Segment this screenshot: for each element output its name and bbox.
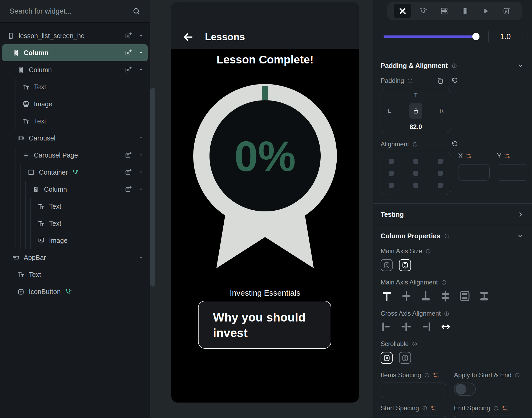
tree-item-appbar[interactable]: AppBar xyxy=(2,249,148,266)
add-widget-icon[interactable] xyxy=(125,32,132,39)
tab-actions[interactable] xyxy=(414,4,432,18)
tree-item-column[interactable]: Column xyxy=(2,61,148,78)
preview-appbar[interactable]: Lessons xyxy=(171,2,359,49)
padding-right-label[interactable]: R xyxy=(440,107,444,114)
tab-widget-layout[interactable] xyxy=(456,4,474,18)
appbar-title[interactable]: Lessons xyxy=(205,31,245,43)
items-spacing-input[interactable] xyxy=(381,383,446,398)
course-title-text[interactable]: Investing Essentials xyxy=(171,288,359,298)
cross-stretch-button[interactable] xyxy=(440,321,452,333)
tab-backend[interactable] xyxy=(435,4,453,18)
add-widget-icon[interactable] xyxy=(125,151,132,159)
info-icon[interactable] xyxy=(407,78,413,84)
align-center-right[interactable] xyxy=(438,171,443,176)
info-icon[interactable] xyxy=(514,372,520,378)
set-from-variable-icon[interactable] xyxy=(433,372,439,378)
info-icon[interactable] xyxy=(425,248,431,254)
tree-scrollbar[interactable] xyxy=(150,88,155,287)
chevron-down-icon[interactable] xyxy=(138,67,144,73)
back-arrow-icon[interactable] xyxy=(183,31,194,43)
align-top-right[interactable] xyxy=(438,159,443,164)
padding-alignment-header[interactable]: Padding & Alignment xyxy=(373,62,532,70)
chevron-down-icon[interactable] xyxy=(138,169,144,175)
padding-left-label[interactable]: L xyxy=(388,107,391,114)
alignment-grid[interactable] xyxy=(381,152,451,195)
alignment-y-input[interactable] xyxy=(497,164,528,181)
info-icon[interactable] xyxy=(441,280,447,285)
tree-item-column-selected[interactable]: Column xyxy=(2,44,148,61)
testing-section[interactable]: Testing xyxy=(373,204,532,225)
chevron-down-icon[interactable] xyxy=(517,232,524,240)
add-widget-icon[interactable] xyxy=(125,66,132,74)
add-widget-icon[interactable] xyxy=(125,186,132,193)
tab-run[interactable] xyxy=(477,4,495,18)
info-icon[interactable] xyxy=(412,142,418,147)
tree-item-text[interactable]: Text xyxy=(2,198,148,215)
chevron-down-icon[interactable] xyxy=(138,186,144,192)
info-icon[interactable] xyxy=(412,341,417,347)
axis-size-shrink-button[interactable] xyxy=(381,259,393,271)
cross-center-button[interactable] xyxy=(400,321,412,333)
info-icon[interactable] xyxy=(422,405,428,411)
info-icon[interactable] xyxy=(424,372,430,378)
search-input[interactable] xyxy=(10,7,132,15)
info-icon[interactable] xyxy=(452,63,457,69)
slider-handle[interactable] xyxy=(472,33,479,40)
tree-item-text[interactable]: Text xyxy=(2,112,148,130)
space-evenly-button[interactable] xyxy=(439,290,452,302)
align-bottom-center[interactable] xyxy=(413,183,418,188)
scroll-vertical-button[interactable] xyxy=(399,352,411,364)
align-center[interactable] xyxy=(413,171,418,176)
chevron-down-icon[interactable] xyxy=(517,62,524,69)
chevron-down-icon[interactable] xyxy=(138,135,144,141)
cross-end-button[interactable] xyxy=(420,321,432,333)
set-from-variable-icon[interactable] xyxy=(465,153,472,159)
chevron-down-icon[interactable] xyxy=(138,152,144,158)
lesson-complete-text[interactable]: Lesson Complete! xyxy=(171,53,359,66)
padding-lock-button[interactable] xyxy=(409,103,422,119)
scroll-off-button[interactable] xyxy=(381,352,393,364)
tree-item-text[interactable]: Text xyxy=(2,215,148,232)
align-center-button[interactable] xyxy=(400,290,413,302)
add-widget-icon[interactable] xyxy=(125,168,132,176)
alignment-x-input[interactable] xyxy=(458,164,490,181)
add-widget-icon[interactable] xyxy=(125,49,132,57)
align-top-center[interactable] xyxy=(413,159,418,164)
align-top-left[interactable] xyxy=(389,159,394,164)
slider-value[interactable]: 1.0 xyxy=(488,29,522,44)
tree-item-text[interactable]: Text xyxy=(2,78,148,95)
align-bottom-right[interactable] xyxy=(438,183,443,188)
chevron-right-icon[interactable] xyxy=(517,211,524,218)
tree-item-lesson-list-screen[interactable]: lesson_list_screen_hc xyxy=(2,27,148,44)
progress-medal[interactable]: 0% xyxy=(171,78,359,276)
padding-top-label[interactable]: T xyxy=(414,92,417,99)
widget-search-bar[interactable] xyxy=(0,0,150,23)
tree-item-text[interactable]: Text xyxy=(2,266,148,283)
tree-item-carousel-page[interactable]: Carousel Page xyxy=(2,147,148,164)
end-spacing-input[interactable] xyxy=(454,416,519,418)
padding-editor[interactable]: T L R 82.0 xyxy=(381,89,451,133)
phone-preview[interactable]: Lessons Lesson Complete! 0% Investing Es… xyxy=(171,2,359,403)
set-from-variable-icon[interactable] xyxy=(504,153,510,159)
chevron-down-icon[interactable] xyxy=(138,255,144,260)
tree-item-image[interactable]: Image xyxy=(2,232,148,249)
align-bottom-left[interactable] xyxy=(389,183,394,188)
copy-icon[interactable]: c xyxy=(437,77,444,85)
reset-icon[interactable] xyxy=(451,77,458,85)
align-end-button[interactable] xyxy=(420,290,432,302)
set-from-variable-icon[interactable] xyxy=(430,405,437,411)
align-start-button[interactable] xyxy=(381,290,393,302)
info-icon[interactable] xyxy=(444,233,450,239)
apply-start-end-toggle[interactable] xyxy=(454,383,476,396)
slider-track[interactable] xyxy=(384,35,478,38)
tree-item-container[interactable]: Container xyxy=(2,164,148,181)
cross-start-button[interactable] xyxy=(381,321,392,333)
set-from-variable-icon[interactable] xyxy=(502,405,508,411)
space-around-button[interactable] xyxy=(478,290,490,302)
chevron-down-icon[interactable] xyxy=(138,50,144,56)
space-between-button[interactable] xyxy=(458,290,471,302)
tree-item-carousel[interactable]: Carousel xyxy=(2,130,148,147)
padding-bottom-value[interactable]: 82.0 xyxy=(410,123,422,131)
reset-icon[interactable] xyxy=(451,141,458,148)
tree-item-iconbutton[interactable]: IconButton xyxy=(2,283,148,300)
